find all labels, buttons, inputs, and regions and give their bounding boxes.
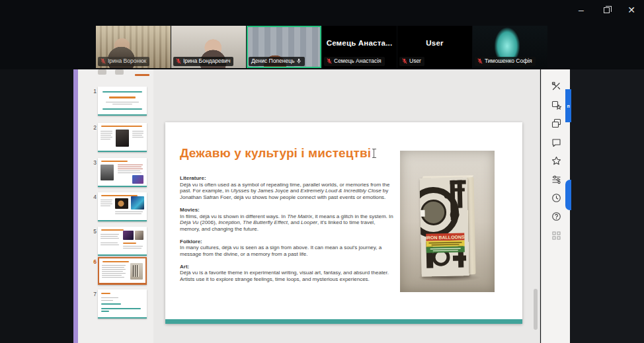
- slide-number: 3: [86, 159, 97, 166]
- ribbon-remnant: [98, 69, 144, 77]
- slide-number: 7: [86, 291, 97, 297]
- text-cursor-icon: [374, 149, 374, 158]
- muted-mic-icon: [101, 58, 106, 64]
- book: IRON BALLOONS: [419, 175, 475, 277]
- help-icon[interactable]: [551, 211, 561, 221]
- participant-name: User: [409, 58, 421, 64]
- window-controls: – ✕: [569, 0, 644, 20]
- participant-tile-novideo[interactable]: User User: [397, 26, 472, 68]
- apps-grid-icon[interactable]: [551, 230, 561, 241]
- participant-name-tag: Семець Анастасія: [324, 57, 385, 66]
- muted-mic-icon: [176, 58, 181, 64]
- slide-thumbnail-5[interactable]: [98, 227, 147, 256]
- restore-button[interactable]: [594, 0, 619, 20]
- section-movies: Movies: In films, déjà vu is shown in di…: [180, 207, 394, 233]
- book-cover: IRON BALLOONS: [419, 177, 469, 276]
- close-button[interactable]: ✕: [619, 0, 644, 20]
- star-icon[interactable]: [551, 155, 561, 166]
- participant-display-name: User: [397, 26, 472, 60]
- history-clock-icon[interactable]: [551, 192, 561, 203]
- tune-settings-icon[interactable]: [551, 174, 561, 184]
- slide-number: 5: [86, 228, 97, 235]
- hidden-panel-fragment: п: [565, 89, 571, 122]
- participant-tile-video[interactable]: Ірина Воронюк: [96, 26, 171, 68]
- participant-name-tag: Ірина Воронюк: [98, 57, 149, 66]
- participant-display-name: Семець Анаста...: [322, 26, 397, 60]
- meeting-app-background: п: [570, 69, 644, 343]
- slide-thumbnail-6-selected[interactable]: [98, 257, 147, 285]
- design-tools-icon[interactable]: [551, 81, 561, 91]
- book-label: IRON BALLOONS: [426, 233, 465, 252]
- slide-body-textbox[interactable]: Literature: Déjà vu is often used as a s…: [180, 175, 394, 289]
- slide-thumbnail-panel: 1 2: [78, 69, 153, 343]
- app-window: – ✕ Ірина Воронюк Ірина Бондаревич Денис: [0, 0, 644, 343]
- ribbon-icon-fragment: [115, 69, 124, 75]
- participant-tile-video[interactable]: Ірина Бондаревич: [171, 26, 246, 68]
- vertical-scrollbar[interactable]: [534, 289, 538, 330]
- participant-name: Ірина Бондаревич: [183, 58, 230, 64]
- comments-icon[interactable]: [551, 137, 561, 147]
- participant-name-tag: Ірина Бондаревич: [173, 57, 233, 66]
- mic-on-icon: [296, 58, 302, 64]
- current-slide[interactable]: Дежавю у культурі і мистецтві Literature…: [165, 122, 522, 324]
- svg-text:IRON BALLOONS: IRON BALLOONS: [426, 235, 465, 240]
- muted-mic-icon: [327, 58, 332, 64]
- participant-tile-video-active-speaker[interactable]: Денис Попенець: [247, 26, 321, 68]
- editor-canvas: Дежавю у культурі і мистецтві Literature…: [153, 69, 540, 343]
- slide-number-selected: 6: [86, 258, 97, 265]
- slide-thumbnail-3[interactable]: [98, 158, 147, 187]
- participant-name: Ірина Воронюк: [108, 58, 146, 64]
- slide-number: 1: [86, 88, 97, 95]
- participant-tiles: Ірина Воронюк Ірина Бондаревич Денис Поп…: [96, 26, 547, 68]
- restore-icon: [604, 7, 610, 13]
- book-photo[interactable]: IRON BALLOONS: [400, 151, 495, 292]
- shape-star-icon[interactable]: [551, 99, 561, 110]
- video-strip: – ✕ Ірина Воронюк Ірина Бондаревич Денис: [0, 0, 644, 69]
- participant-name: Денис Попенець: [251, 58, 294, 64]
- minimize-button[interactable]: –: [569, 0, 594, 20]
- section-art: Art: Déjà vu is a favorite theme in expe…: [180, 264, 394, 283]
- slide-thumbnail-2[interactable]: [98, 123, 147, 152]
- participant-name: Тимошенко Софія: [485, 58, 532, 64]
- participant-name-tag: User: [399, 57, 424, 66]
- participant-name: Семець Анастасія: [334, 58, 382, 64]
- slide-number: 4: [86, 194, 97, 200]
- section-literature: Literature: Déjà vu is often used as a s…: [180, 175, 394, 201]
- muted-mic-icon: [402, 58, 407, 64]
- ribbon-icon-fragment: [98, 69, 106, 75]
- participant-name-tag: Тимошенко Софія: [475, 57, 536, 66]
- slide-thumbnail-1[interactable]: [98, 87, 147, 116]
- ribbon-active-tab-underline: [135, 74, 149, 76]
- slide-thumbnail-7[interactable]: [98, 289, 147, 319]
- window-edge-accent: [73, 69, 78, 343]
- slide-thumbnail-4[interactable]: [98, 192, 147, 221]
- slide-number: 2: [86, 124, 97, 131]
- slide-title-text: Дежавю у культурі і мистецтві: [180, 146, 371, 161]
- participant-name-tag: Денис Попенець: [249, 57, 305, 66]
- arrange-slides-icon[interactable]: [551, 118, 561, 128]
- participant-tile-video[interactable]: Тимошенко Софія: [473, 26, 547, 68]
- section-folklore: Folklore: In many cultures, déjà vu is s…: [180, 239, 394, 258]
- fragment-letter: п: [567, 104, 569, 108]
- hidden-panel-fragment: [565, 180, 571, 210]
- participant-tile-novideo[interactable]: Семець Анаста... Семець Анастасія: [322, 26, 397, 68]
- muted-mic-icon: [477, 58, 483, 64]
- slide-footer-accent-bar: [165, 319, 522, 324]
